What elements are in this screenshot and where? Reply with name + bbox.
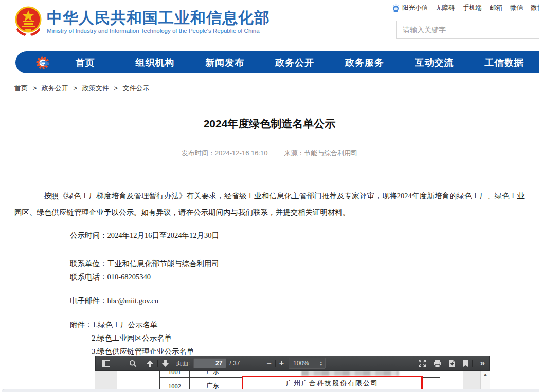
toolbar-separator	[472, 360, 473, 367]
spinner-icon: ▴▾	[320, 361, 326, 366]
attachment-link-2[interactable]: 2.绿色工业园区公示名单	[92, 333, 525, 343]
quick-link-wechat[interactable]: 微信	[510, 4, 523, 12]
search-icon[interactable]	[129, 360, 137, 367]
bookmark-icon[interactable]	[462, 360, 469, 367]
article-paragraph: 按照《绿色工厂梯度培育及管理暂行办法》有关要求，经省级工业和信息化主管部门推荐及…	[14, 188, 525, 220]
scroll-up-icon[interactable]: ▲	[481, 371, 490, 378]
publish-time: 发布时间：2024-12-16 16:10	[182, 149, 268, 157]
quick-link-mail[interactable]: 邮箱	[490, 4, 502, 12]
quick-links: 阳光小信 无障碍 手机端 邮箱 微信 微博	[392, 4, 539, 12]
zoom-out-button[interactable]: −	[266, 359, 271, 368]
sidebar-toggle-icon[interactable]	[102, 360, 110, 367]
title-divider	[14, 141, 525, 141]
site-logo[interactable]: 中华人民共和国工业和信息化部 Ministry of Industry and …	[14, 6, 270, 36]
nav-item-gov-affairs[interactable]: 政务公开	[260, 57, 330, 69]
attachment-link-1[interactable]: 1.绿色工厂公示名单	[93, 321, 158, 329]
breadcrumb-gov-affairs[interactable]: 政务公开	[42, 84, 68, 92]
pdf-toolbar: 页面: 27 / 37 − + 100% ▴▾	[95, 356, 490, 371]
pdf-viewer: 页面: 27 / 37 − + 100% ▴▾	[95, 356, 490, 392]
more-tools-button[interactable]: »	[480, 358, 485, 368]
zoom-level-value: 100%	[289, 360, 320, 367]
contact-phone: 联系电话：010-68205340	[70, 272, 525, 282]
breadcrumb: 首页 > 政务公开 > 政策文件 > 文件公示	[14, 84, 150, 93]
download-icon[interactable]	[448, 360, 456, 367]
page-number-input[interactable]: 27	[193, 358, 226, 368]
main-nav: 首页 组织机构 新闻发布 政务公开 政务服务 互动交流 工信数据	[15, 51, 539, 73]
cell-no: 1001	[160, 371, 189, 377]
attachments-label: 附件：	[70, 321, 93, 329]
bottom-band	[2, 389, 539, 392]
article: 2024年度绿色制造名单公示 发布时间：2024-12-16 16:10 来源：…	[14, 109, 525, 356]
breadcrumb-separator: >	[33, 84, 37, 92]
contact-unit: 联系单位：工业和信息化部节能与综合利用司	[70, 259, 525, 268]
gear-e-logo-icon[interactable]	[36, 55, 50, 70]
nav-item-news[interactable]: 新闻发布	[190, 57, 260, 69]
page-total: / 37	[229, 360, 240, 367]
quick-link-mobile[interactable]: 手机端	[463, 4, 482, 12]
attachment-link-3[interactable]: 3.绿色供应链管理企业公示名单	[92, 347, 525, 356]
site-subtitle: Ministry of Industry and Information Tec…	[47, 28, 270, 34]
cell-province: 广东	[189, 371, 236, 377]
page-label: 页面:	[176, 359, 190, 368]
quick-link-xiaoxin[interactable]: 阳光小信	[402, 4, 428, 12]
search-box	[396, 21, 539, 39]
page-up-icon[interactable]	[146, 360, 154, 367]
highlight-red-box: 广州广合科技股份有限公司	[242, 376, 423, 390]
nav-item-home[interactable]: 首页	[50, 57, 120, 69]
nav-item-data[interactable]: 工信数据	[469, 57, 539, 69]
print-icon[interactable]	[433, 360, 442, 367]
toolbar-separator	[157, 360, 158, 367]
nav-item-organization[interactable]: 组织机构	[120, 57, 190, 69]
breadcrumb-policy-files[interactable]: 政策文件	[82, 84, 109, 92]
attachments-line: 附件：1.绿色工厂公示名单	[70, 320, 525, 329]
zoom-level-select[interactable]: 100% ▴▾	[289, 358, 326, 369]
fullscreen-icon[interactable]	[418, 359, 426, 367]
page-down-icon[interactable]	[161, 360, 169, 367]
contact-email: 电子邮件：hbc@miit.gov.cn	[70, 296, 525, 305]
zoom-in-button[interactable]: +	[279, 359, 284, 368]
breadcrumb-separator: >	[73, 84, 77, 92]
article-source: 来源：节能与综合利用司	[284, 149, 357, 157]
breadcrumb-home[interactable]: 首页	[14, 84, 28, 92]
page-title: 2024年度绿色制造名单公示	[14, 117, 525, 131]
search-input[interactable]	[397, 21, 539, 38]
mascot-icon	[392, 4, 400, 12]
breadcrumb-separator: >	[114, 84, 118, 92]
quick-link-accessibility[interactable]: 无障碍	[436, 4, 455, 12]
site-header: 中华人民共和国工业和信息化部 Ministry of Industry and …	[0, 0, 539, 49]
site-title: 中华人民共和国工业和信息化部	[47, 10, 270, 26]
redacted-text-block	[301, 371, 399, 376]
nav-item-interaction[interactable]: 互动交流	[400, 57, 470, 69]
nav-item-gov-services[interactable]: 政务服务	[330, 57, 400, 69]
toolbar-separator	[275, 360, 276, 367]
breadcrumb-public-notice[interactable]: 文件公示	[123, 84, 150, 92]
article-meta: 发布时间：2024-12-16 16:10 来源：节能与综合利用司	[14, 148, 525, 158]
quick-link-weibo[interactable]: 微博	[531, 4, 539, 12]
national-emblem-icon	[14, 6, 42, 36]
notice-period: 公示时间：2024年12月16日至2024年12月30日	[70, 231, 525, 240]
